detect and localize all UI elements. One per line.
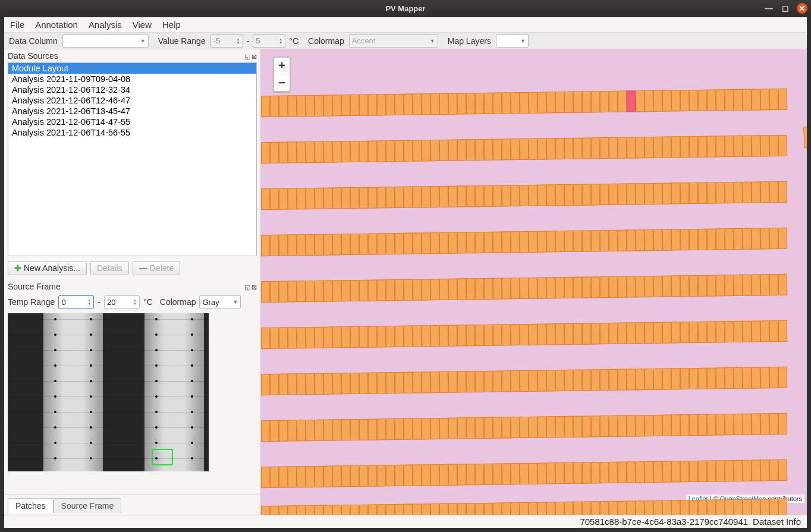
delete-button[interactable]: —Delete — [133, 261, 180, 275]
main-content: Data Sources ◱⊠ Module LayoutAnalysis 20… — [4, 49, 807, 515]
app-frame: File Annotation Analysis View Help Data … — [4, 17, 807, 528]
close-panel-icon[interactable]: ⊠ — [252, 284, 257, 291]
map-layers-label: Map Layers — [448, 36, 491, 46]
data-source-item[interactable]: Module Layout — [8, 63, 256, 74]
maximize-icon[interactable]: ◻ — [780, 3, 791, 14]
dataset-info-label: Dataset Info — [753, 517, 801, 527]
panel-row[interactable] — [261, 459, 787, 488]
data-source-item[interactable]: Analysis 2021-12-06T14-56-55 — [8, 127, 256, 138]
undock-icon[interactable]: ◱ — [244, 53, 250, 60]
colormap-label: Colormap — [308, 36, 344, 46]
data-sources-buttons: ✚New Analysis... Details —Delete — [4, 256, 260, 280]
panel-row[interactable] — [261, 499, 787, 515]
thermal-image[interactable] — [8, 313, 209, 471]
sf-colormap-select[interactable]: Gray▼ — [199, 295, 241, 309]
window-title: PV Mapper — [0, 4, 811, 13]
status-bar: 70581c88-b7ce-4c64-83a3-2179cc740941 Dat… — [4, 515, 807, 528]
panel-row[interactable] — [261, 89, 787, 117]
data-source-item[interactable]: Analysis 2021-11-09T09-04-08 — [8, 74, 256, 84]
data-source-item[interactable]: Analysis 2021-12-06T12-32-34 — [8, 84, 256, 95]
data-column-label: Data Column — [9, 36, 58, 46]
panel-row[interactable] — [261, 274, 787, 303]
colormap-select[interactable]: Accent▼ — [349, 34, 438, 48]
zoom-out-button[interactable]: − — [274, 74, 290, 91]
temp-unit: °C — [143, 297, 153, 307]
spin-arrows-icon: ▲▼ — [237, 37, 240, 45]
menu-annotation[interactable]: Annotation — [35, 20, 78, 30]
panel-row[interactable] — [261, 228, 787, 256]
tab-patches[interactable]: Patches — [8, 498, 54, 513]
temp-max-input[interactable]: 20▲▼ — [104, 295, 140, 309]
chevron-down-icon: ▼ — [140, 38, 146, 44]
minus-icon: — — [139, 263, 147, 273]
panel-row[interactable] — [261, 181, 787, 210]
panel-row[interactable] — [261, 413, 787, 442]
menu-analysis[interactable]: Analysis — [89, 20, 122, 30]
map-view[interactable]: + − Leaflet | © OpenStreetMap contributo… — [261, 49, 807, 515]
value-range-label: Value Range — [158, 36, 206, 46]
sf-colormap-label: Colormap — [160, 297, 196, 307]
data-source-item[interactable]: Analysis 2021-12-06T14-47-55 — [8, 117, 256, 127]
bottom-tabs: Patches Source Frame — [4, 495, 260, 515]
window-titlebar: PV Mapper — ◻ ✕ — [0, 0, 811, 17]
temp-dash: - — [98, 297, 100, 307]
chevron-down-icon: ▼ — [233, 299, 238, 305]
menubar: File Annotation Analysis View Help — [4, 17, 807, 33]
source-frame-controls: Temp Range 0▲▼ - 20▲▼ °C Colormap Gray▼ — [4, 293, 260, 311]
new-analysis-button[interactable]: ✚New Analysis... — [8, 261, 87, 275]
close-icon[interactable]: ✕ — [797, 3, 807, 14]
close-panel-icon[interactable]: ⊠ — [252, 53, 257, 60]
value-range-max-input[interactable]: 5▲▼ — [253, 34, 285, 48]
spin-arrows-icon: ▲▼ — [87, 298, 91, 306]
undock-icon[interactable]: ◱ — [244, 284, 250, 291]
zoom-control: + − — [273, 56, 291, 92]
data-sources-title: Data Sources ◱⊠ — [4, 49, 260, 62]
panel-row[interactable] — [261, 367, 787, 395]
map-layers-select[interactable]: ▼ — [496, 34, 529, 48]
range-dash: - — [247, 36, 250, 46]
temp-min-input[interactable]: 0▲▼ — [58, 295, 94, 309]
data-source-item[interactable]: Analysis 2021-12-06T12-46-47 — [8, 95, 256, 106]
window-controls: — ◻ ✕ — [763, 3, 807, 14]
data-column-select[interactable]: ▼ — [62, 34, 149, 48]
chevron-down-icon: ▼ — [430, 38, 435, 44]
data-source-item[interactable]: Analysis 2021-12-06T13-45-47 — [8, 106, 256, 117]
menu-view[interactable]: View — [133, 20, 152, 30]
menu-file[interactable]: File — [10, 20, 24, 30]
plus-icon: ✚ — [14, 263, 21, 273]
spin-arrows-icon: ▲▼ — [279, 37, 282, 45]
details-button[interactable]: Details — [90, 261, 129, 275]
spin-arrows-icon: ▲▼ — [133, 298, 137, 306]
dataset-uuid: 70581c88-b7ce-4c64-83a3-2179cc740941 — [580, 517, 748, 527]
value-range-unit: °C — [289, 36, 298, 46]
toolbar: Data Column ▼ Value Range -5▲▼ - 5▲▼ °C … — [4, 33, 807, 49]
chevron-down-icon: ▼ — [520, 38, 526, 44]
data-sources-list[interactable]: Module LayoutAnalysis 2021-11-09T09-04-0… — [8, 62, 257, 256]
panel-row[interactable] — [261, 320, 787, 349]
zoom-in-button[interactable]: + — [274, 58, 290, 74]
source-frame-title: Source Frame ◱⊠ — [4, 280, 260, 293]
temp-range-label: Temp Range — [8, 297, 55, 307]
minimize-icon[interactable]: — — [763, 3, 774, 14]
panel-row[interactable] — [261, 135, 787, 163]
value-range-min-input[interactable]: -5▲▼ — [210, 34, 243, 48]
menu-help[interactable]: Help — [162, 20, 181, 30]
tab-source-frame[interactable]: Source Frame — [54, 498, 122, 513]
left-sidebar: Data Sources ◱⊠ Module LayoutAnalysis 20… — [4, 49, 261, 515]
